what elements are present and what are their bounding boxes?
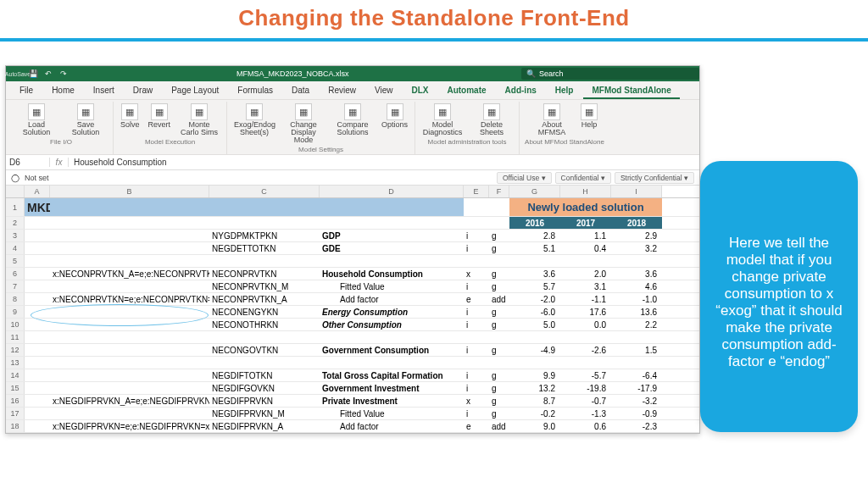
formula-input[interactable]: Household Consumption: [69, 158, 699, 167]
classification-confidential[interactable]: Confidential ▾: [555, 172, 611, 184]
group-label: Model Execution: [145, 138, 195, 146]
tab-review[interactable]: Review: [320, 83, 364, 99]
table-row[interactable]: 15NEGDIFGOVKNGovernment Investmentig13.2…: [6, 382, 699, 395]
table-row[interactable]: 7NECONPRVTKN_MFitted Valueig5.73.14.6: [6, 280, 699, 293]
ribbon-icon: ▦: [151, 103, 168, 120]
undo-icon[interactable]: ↶: [43, 69, 53, 79]
ribbon-icon: ▦: [344, 103, 361, 120]
group-label: Model administration tools: [428, 138, 507, 146]
col-head[interactable]: C: [209, 186, 320, 197]
slide-title: Changing the Standalone Front-End: [0, 0, 868, 35]
table-row[interactable]: 12NECONGOVTKNGovernment Consumptionig-4.…: [6, 344, 699, 357]
col-head[interactable]: G: [509, 186, 560, 197]
table-row[interactable]: 6x:NECONPRVTKN_A=e;e:NECONPRVTKN_A=xNECO…: [6, 268, 699, 280]
tab-view[interactable]: View: [366, 83, 402, 99]
col-head[interactable]: E: [464, 186, 489, 197]
table-row[interactable]: 18x:NEGDIFPRVKN=e;e:NEGDIFPRVKN=xNEGDIFP…: [6, 420, 699, 433]
year-2018: 2018: [611, 217, 662, 229]
ribbon-options[interactable]: ▦Options: [380, 103, 409, 144]
table-row[interactable]: 16x:NEGDIFPRVKN_A=e;e:NEGDIFPRVKN_A=xNEG…: [6, 395, 699, 408]
table-row[interactable]: 9NECONENGYKNEnergy Consumptionig-6.017.6…: [6, 306, 699, 319]
titlebar: AutoSave 💾 ↶ ↷ MFMSA_MKD2023_NOBCA.xlsx …: [6, 66, 699, 81]
ribbon-load-solution[interactable]: ▦Load Solution: [14, 103, 58, 136]
ribbon-icon: ▦: [295, 103, 312, 120]
year-2017: 2017: [560, 217, 611, 229]
formula-bar: D6 fx Household Consumption: [6, 155, 699, 170]
table-row[interactable]: 5: [6, 255, 699, 268]
table-row[interactable]: 14NEGDIFTOTKNTotal Gross Capital Formati…: [6, 369, 699, 382]
search-icon: 🔍: [526, 69, 536, 78]
ribbon-save-solution[interactable]: ▦Save Solution: [64, 103, 108, 136]
classification-bar: ◯ Not set Official Use ▾Confidential ▾St…: [6, 170, 699, 186]
save-icon[interactable]: 💾: [28, 69, 38, 79]
ribbon-tabs: FileHomeInsertDrawPage LayoutFormulasDat…: [6, 81, 699, 99]
ribbon-compare-solutions[interactable]: ▦Compare Solutions: [331, 103, 375, 144]
ribbon: ▦Load Solution▦Save SolutionFile I/O▦Sol…: [6, 99, 699, 155]
tab-add-ins[interactable]: Add-ins: [497, 83, 545, 99]
table-row[interactable]: 8x:NECONPRVTKN=e;e:NECONPRVTKN=xNECONPRV…: [6, 293, 699, 306]
callout-box: Here we tell the model that if you chang…: [700, 161, 858, 432]
table-row[interactable]: 11: [6, 331, 699, 344]
table-row[interactable]: 10NECONOTHRKNOther Consumptionig5.00.02.…: [6, 319, 699, 331]
tab-help[interactable]: Help: [547, 83, 582, 99]
tab-data[interactable]: Data: [283, 83, 318, 99]
ribbon-exog-endog-sheet-s-[interactable]: ▦Exog/Endog Sheet(s): [232, 103, 276, 144]
ribbon-icon: ▦: [77, 103, 94, 120]
tab-mfmod-standalone[interactable]: MFMod StandAlone: [583, 83, 679, 99]
tab-insert[interactable]: Insert: [85, 83, 123, 99]
mkd-label: MKD: [27, 201, 50, 214]
worksheet[interactable]: ABCDEFGHI 1 MKD Newly loaded solution 2 …: [6, 186, 699, 433]
table-row[interactable]: 13: [6, 357, 699, 369]
table-row[interactable]: 17NEGDIFPRVKN_MFitted Valueig-0.2-1.3-0.…: [6, 408, 699, 420]
classification-strictly-confidential[interactable]: Strictly Confidential ▾: [615, 172, 694, 184]
ribbon-icon: ▦: [387, 103, 403, 120]
group-label: About MFMod StandAlone: [525, 138, 604, 146]
group-label: Model Settings: [298, 146, 343, 153]
excel-window: AutoSave 💾 ↶ ↷ MFMSA_MKD2023_NOBCA.xlsx …: [5, 65, 700, 434]
classification-official-use[interactable]: Official Use ▾: [497, 172, 552, 184]
autosave-toggle[interactable]: AutoSave: [13, 69, 23, 79]
ribbon-monte-carlo-sims[interactable]: ▦Monte Carlo Sims: [177, 103, 221, 136]
redo-icon[interactable]: ↷: [58, 69, 69, 79]
col-head[interactable]: A: [25, 186, 50, 197]
fx-icon[interactable]: fx: [50, 158, 69, 167]
ribbon-model-diagnostics[interactable]: ▦Model Diagnostics: [420, 103, 465, 136]
ribbon-revert[interactable]: ▦Revert: [147, 103, 173, 136]
group-label: File I/O: [50, 138, 72, 146]
tab-draw[interactable]: Draw: [125, 83, 161, 99]
ribbon-icon: ▦: [483, 103, 500, 120]
col-head[interactable]: D: [320, 186, 464, 197]
ribbon-solve[interactable]: ▦Solve: [119, 103, 142, 136]
tab-automate[interactable]: Automate: [438, 83, 494, 99]
col-head[interactable]: B: [50, 186, 209, 197]
ribbon-icon: ▦: [543, 103, 560, 120]
ribbon-delete-sheets[interactable]: ▦Delete Sheets: [470, 103, 514, 136]
tab-home[interactable]: Home: [43, 83, 83, 99]
ribbon-icon: ▦: [28, 103, 45, 120]
ribbon-help[interactable]: ▦Help: [579, 103, 599, 136]
tab-formulas[interactable]: Formulas: [229, 83, 281, 99]
col-head[interactable]: I: [611, 186, 662, 197]
tab-page-layout[interactable]: Page Layout: [163, 83, 227, 99]
col-head[interactable]: H: [560, 186, 611, 197]
ribbon-about-mfmsa[interactable]: ▦About MFMSA: [530, 103, 574, 136]
row-num: 1: [6, 198, 25, 216]
tab-dlx[interactable]: DLX: [403, 83, 437, 99]
search-box[interactable]: 🔍 Search: [521, 68, 699, 80]
classification-notset: Not set: [25, 174, 49, 182]
ribbon-icon: ▦: [191, 103, 208, 120]
col-head[interactable]: [6, 186, 25, 197]
ribbon-icon: ▦: [434, 103, 451, 120]
tab-file[interactable]: File: [11, 83, 42, 99]
name-box[interactable]: D6: [6, 158, 50, 167]
col-head[interactable]: F: [489, 186, 509, 197]
ribbon-change-display-mode[interactable]: ▦Change Display Mode: [281, 103, 326, 144]
ribbon-icon: ▦: [246, 103, 263, 120]
newly-loaded-header: Newly loaded solution: [527, 201, 643, 214]
table-row[interactable]: 3NYGDPMKTPKNGDPig2.81.12.9: [6, 230, 699, 242]
table-row[interactable]: 4NEGDETTOTKNGDEig5.10.43.2: [6, 242, 699, 255]
ribbon-icon: ▦: [121, 103, 138, 120]
ribbon-icon: ▦: [581, 103, 598, 120]
file-name: MFMSA_MKD2023_NOBCA.xlsx: [236, 69, 349, 78]
year-2016: 2016: [509, 217, 560, 229]
